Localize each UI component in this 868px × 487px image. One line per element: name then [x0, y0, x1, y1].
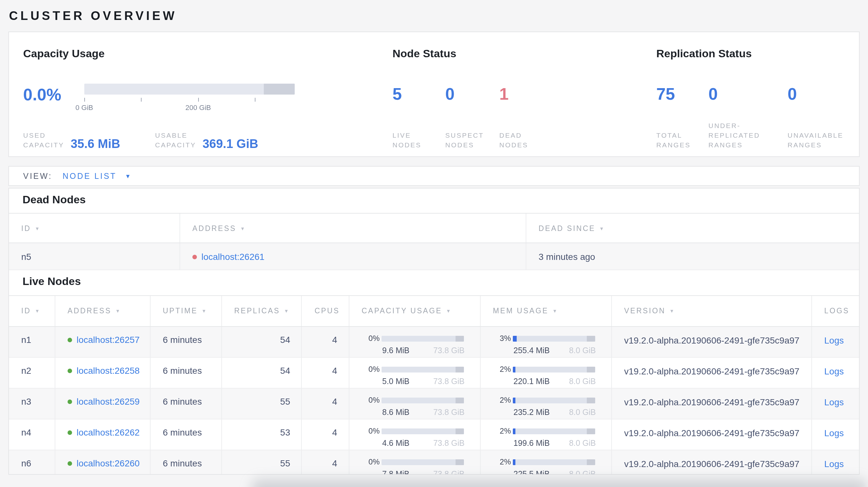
column-header-replicas[interactable]: REPLICAS▼	[222, 296, 302, 326]
usage-bar	[381, 397, 464, 403]
usage-used-value: 8.6 MiB	[382, 408, 409, 417]
stat-number: 0	[787, 86, 843, 102]
logs-cell: Logs	[812, 389, 859, 419]
usage-percent: 0%	[362, 365, 380, 374]
sort-arrow-icon: ▼	[284, 308, 290, 314]
node-address: localhost:26262	[68, 427, 150, 437]
usage-bar	[381, 428, 464, 434]
usage-values-line: 7.8 MiB73.8 GiB	[382, 469, 465, 475]
usage-bar-line: 3%	[493, 334, 611, 343]
version-cell: v19.2.0-alpha.20190606-2491-gfe735c9a97	[612, 358, 812, 388]
axis-tick	[84, 98, 85, 102]
stat-label: USEDCAPACITY	[23, 131, 64, 150]
node-address-link[interactable]: localhost:26261	[202, 252, 265, 262]
stat-number: 1	[499, 86, 528, 102]
column-header-id[interactable]: ID▼	[9, 214, 180, 242]
column-header-address[interactable]: ADDRESS▼	[180, 214, 526, 242]
usage-total-value: 8.0 GiB	[569, 377, 596, 386]
uptime-cell: 6 minutes	[151, 327, 222, 357]
column-header-mem-usage[interactable]: MEM USAGE▼	[480, 296, 612, 326]
usage-bar	[513, 428, 595, 434]
capacity-bar-reserved-segment	[264, 84, 295, 95]
summary-stat: 0UNDER-REPLICATEDRANGES	[708, 86, 760, 150]
cluster-overview-page: CLUSTER OVERVIEW Capacity Usage Node Sta…	[0, 0, 868, 487]
node-id-cell: n5	[9, 243, 180, 269]
live-status-dot-icon	[68, 337, 72, 342]
usage-percent: 0%	[362, 457, 380, 466]
logs-link[interactable]: Logs	[824, 335, 844, 346]
node-address-link[interactable]: localhost:26259	[76, 396, 140, 407]
node-address: localhost:26259	[68, 396, 150, 407]
usage-bar-end-segment	[456, 459, 464, 465]
node-address-link[interactable]: localhost:26257	[76, 334, 140, 345]
usage-bar-fill	[513, 397, 516, 403]
usage-values-line: 225.5 MiB8.0 GiB	[514, 469, 596, 475]
cluster-summary-card: Capacity Usage Node Status Replication S…	[8, 32, 860, 157]
usage-values-line: 255.4 MiB8.0 GiB	[514, 346, 596, 355]
usage-values-line: 4.6 MiB73.8 GiB	[382, 439, 465, 448]
stat-number: 75	[656, 86, 691, 102]
usage-percent: 0%	[362, 334, 380, 343]
uptime-cell: 6 minutes	[151, 450, 222, 475]
replicas-cell num-cell: 53	[222, 419, 302, 450]
cpus-cell num-cell: 4	[302, 419, 349, 450]
usage-bar-line: 2%	[493, 426, 611, 435]
usage-total-value: 8.0 GiB	[569, 408, 596, 417]
view-label: VIEW:	[23, 171, 52, 181]
usage-total-value: 73.8 GiB	[433, 377, 465, 386]
usage-bar-line: 2%	[493, 365, 611, 374]
sort-arrow-icon: ▼	[35, 308, 40, 314]
usage-values-line: 235.2 MiB8.0 GiB	[514, 408, 596, 417]
usage-total-value: 8.0 GiB	[569, 469, 596, 475]
usage-bar-end-segment	[456, 397, 464, 403]
column-header-capacity-usage[interactable]: CAPACITY USAGE▼	[349, 296, 480, 326]
node-address-link[interactable]: localhost:26262	[76, 427, 140, 437]
node-address: localhost:26257	[68, 334, 150, 345]
usage-bar-line: 0%	[362, 396, 480, 404]
node-address-link[interactable]: localhost:26260	[76, 458, 140, 468]
logs-cell: Logs	[812, 419, 859, 450]
summary-stat: 0UNAVAILABLERANGES	[787, 86, 843, 150]
usage-bar-line: 0%	[362, 334, 480, 343]
node-address-link[interactable]: localhost:26258	[76, 365, 140, 376]
capacity-usage-cell: 0%4.6 MiB73.8 GiB	[349, 419, 480, 450]
cpus-cell num-cell: 4	[302, 450, 349, 475]
usage-used-value: 9.6 MiB	[382, 346, 409, 355]
version-cell: v19.2.0-alpha.20190606-2491-gfe735c9a97	[612, 327, 812, 357]
usage-values-line: 220.1 MiB8.0 GiB	[514, 377, 596, 386]
replicas-cell num-cell: 55	[222, 389, 302, 419]
version-cell: v19.2.0-alpha.20190606-2491-gfe735c9a97	[612, 419, 812, 450]
logs-link[interactable]: Logs	[824, 428, 844, 438]
logs-link[interactable]: Logs	[824, 366, 844, 376]
logs-cell: Logs	[812, 450, 859, 475]
column-header-version[interactable]: VERSION▼	[612, 296, 812, 326]
usage-used-value: 255.4 MiB	[514, 346, 550, 355]
capacity-stat: USABLECAPACITY369.1 GiB	[155, 131, 258, 150]
capacity-percent: 0.0%	[23, 85, 61, 105]
node-id-cell: n4	[9, 419, 55, 450]
view-dropdown[interactable]: NODE LIST ▼	[62, 171, 132, 181]
logs-link[interactable]: Logs	[824, 397, 844, 407]
node-address: localhost:26261	[192, 252, 526, 262]
column-header-dead-since[interactable]: DEAD SINCE▼	[526, 214, 859, 242]
column-header-uptime[interactable]: UPTIME▼	[151, 296, 222, 326]
column-header-cpus: CPUS	[302, 296, 349, 326]
sort-arrow-icon: ▼	[202, 308, 208, 314]
node-address-cell: localhost:26260	[55, 450, 151, 475]
usage-bar-end-segment	[456, 366, 464, 372]
node-address-cell: localhost:26257	[55, 327, 151, 357]
replication-status-heading: Replication Status	[656, 47, 752, 61]
stat-label: LIVENODES	[393, 131, 422, 150]
column-header-id[interactable]: ID▼	[9, 296, 55, 326]
column-header-address[interactable]: ADDRESS▼	[55, 296, 151, 326]
sort-arrow-icon: ▼	[599, 226, 605, 232]
uptime-cell: 6 minutes	[151, 389, 222, 419]
capacity-stat: USEDCAPACITY35.6 MiB	[23, 131, 120, 150]
logs-link[interactable]: Logs	[824, 459, 844, 469]
chevron-down-icon: ▼	[125, 173, 132, 179]
view-selector-bar: VIEW: NODE LIST ▼	[8, 166, 860, 186]
usage-total-value: 73.8 GiB	[433, 408, 465, 417]
live-status-dot-icon	[68, 368, 72, 373]
node-id-cell: n6	[9, 450, 55, 475]
node-id-cell: n2	[9, 358, 55, 388]
